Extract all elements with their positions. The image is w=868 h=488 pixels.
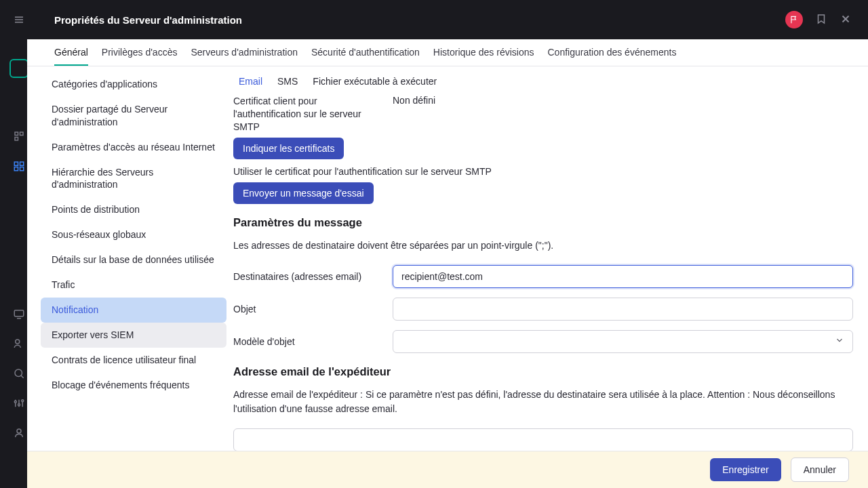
message-params-heading: Paramètres du message — [233, 216, 853, 229]
sidebar-item-notification[interactable]: Notification — [41, 298, 226, 323]
close-icon[interactable] — [840, 13, 852, 27]
subtab-email[interactable]: Email — [239, 76, 262, 87]
tab-events-config[interactable]: Configuration des événements — [547, 40, 676, 66]
tab-auth-security[interactable]: Sécurité d'authentification — [311, 40, 420, 66]
svg-point-12 — [16, 340, 20, 344]
subtab-executable[interactable]: Fichier exécutable à exécuter — [313, 76, 437, 87]
sender-email-input[interactable] — [233, 428, 853, 451]
svg-rect-5 — [15, 138, 18, 141]
recipients-input[interactable] — [393, 265, 853, 288]
sidebar-item-event-blocking[interactable]: Blocage d'événements fréquents — [41, 373, 226, 398]
sidebar-item-export-siem[interactable]: Exporter vers SIEM — [41, 323, 226, 348]
sidebar-item-shared-folder[interactable]: Dossier partagé du Serveur d'administrat… — [41, 97, 226, 135]
svg-rect-3 — [15, 132, 18, 136]
sender-heading: Adresse email de l'expéditeur — [233, 365, 853, 378]
modal-footer: Enregistrer Annuler — [27, 451, 868, 488]
cert-value: Non défini — [393, 95, 435, 106]
svg-rect-4 — [20, 132, 24, 136]
svg-point-21 — [17, 429, 21, 433]
main-tabs: Général Privilèges d'accès Serveurs d'ad… — [27, 39, 868, 66]
subject-input[interactable] — [393, 298, 853, 321]
svg-point-13 — [15, 369, 22, 377]
sidebar-item-eula[interactable]: Contrats de licence utilisateur final — [41, 348, 226, 373]
svg-point-18 — [14, 401, 16, 403]
tab-general[interactable]: Général — [54, 40, 88, 66]
svg-rect-6 — [14, 162, 18, 165]
main-panel: Email SMS Fichier exécutable à exécuter … — [231, 66, 868, 451]
svg-point-19 — [18, 404, 20, 406]
svg-rect-10 — [14, 310, 24, 317]
send-test-message-button[interactable]: Envoyer un message d'essai — [233, 182, 374, 204]
cancel-button[interactable]: Annuler — [791, 458, 849, 482]
notification-subtabs: Email SMS Fichier exécutable à exécuter — [231, 66, 861, 95]
recipients-label: Destinataires (adresses email) — [233, 271, 393, 282]
modal-title: Propriétés du Serveur d'administration — [54, 14, 785, 26]
sender-helper: Adresse email de l'expéditeur : Si ce pa… — [233, 388, 853, 416]
chevron-down-icon — [835, 336, 844, 347]
settings-sidebar: Catégories d'applications Dossier partag… — [27, 66, 231, 451]
properties-modal: Propriétés du Serveur d'administration G… — [27, 0, 868, 488]
sidebar-item-global-subnets[interactable]: Sous-réseaux globaux — [41, 222, 226, 247]
svg-rect-8 — [14, 167, 18, 171]
subject-template-label: Modèle d'objet — [233, 336, 393, 347]
sidebar-item-traffic[interactable]: Trafic — [41, 272, 226, 298]
message-params-helper: Les adresses de destinataire doivent êtr… — [233, 239, 853, 253]
svg-rect-7 — [20, 162, 24, 165]
bookmark-icon[interactable] — [815, 13, 827, 27]
subject-label: Objet — [233, 304, 393, 314]
subtab-sms[interactable]: SMS — [277, 76, 298, 87]
sidebar-item-internet-access[interactable]: Paramètres d'accès au réseau Internet — [41, 135, 226, 160]
save-button[interactable]: Enregistrer — [710, 458, 781, 481]
subject-template-select[interactable] — [393, 330, 853, 353]
sidebar-item-server-hierarchy[interactable]: Hiérarchie des Serveurs d'administration — [41, 160, 226, 198]
app-logo — [9, 59, 28, 78]
modal-header: Propriétés du Serveur d'administration — [27, 0, 868, 39]
flag-icon[interactable] — [785, 11, 803, 28]
menu-icon[interactable] — [13, 14, 25, 28]
cert-label: Certificat client pour l'authentificatio… — [233, 95, 393, 134]
sidebar-item-distribution-points[interactable]: Points de distribution — [41, 197, 226, 222]
sidebar-item-app-categories[interactable]: Catégories d'applications — [41, 72, 226, 97]
svg-point-20 — [22, 400, 24, 402]
use-cert-text: Utiliser le certificat pour l'authentifi… — [233, 166, 853, 177]
tab-servers[interactable]: Serveurs d'administration — [191, 40, 298, 66]
tab-revisions[interactable]: Historique des révisions — [433, 40, 534, 66]
tab-privileges[interactable]: Privilèges d'accès — [102, 40, 178, 66]
svg-rect-9 — [20, 167, 24, 171]
specify-certificates-button[interactable]: Indiquer les certificats — [233, 138, 344, 159]
svg-line-14 — [21, 375, 24, 378]
sidebar-item-database-details[interactable]: Détails sur la base de données utilisée — [41, 247, 226, 272]
